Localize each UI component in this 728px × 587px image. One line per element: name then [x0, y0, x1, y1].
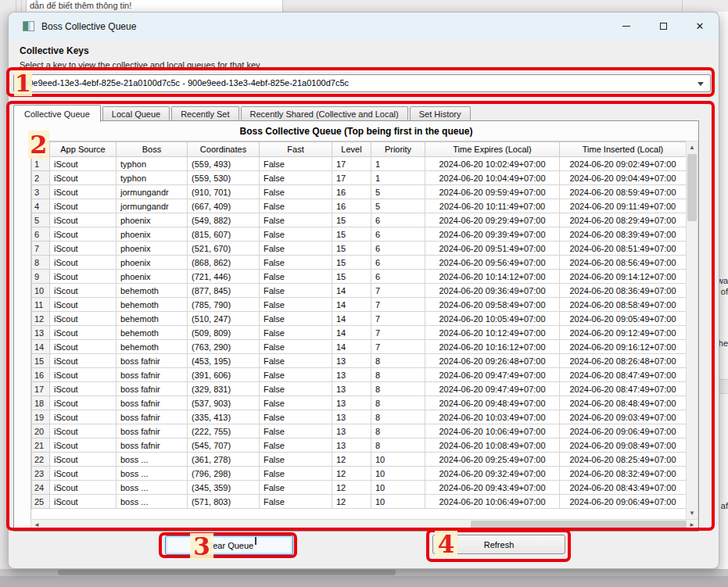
- table-row[interactable]: 3iScoutjormungandr(910, 701)False1652024…: [32, 185, 687, 199]
- cell-row-number[interactable]: 5: [32, 213, 50, 227]
- cell-fast: False: [260, 368, 332, 382]
- column-header-level[interactable]: Level: [332, 142, 371, 157]
- cell-row-number[interactable]: 9: [32, 270, 50, 284]
- cell-row-number[interactable]: 2: [32, 171, 50, 185]
- cell-row-number[interactable]: 1: [32, 157, 50, 171]
- cell-boss: boss ...: [117, 481, 188, 495]
- scroll-up-icon[interactable]: ▲: [687, 141, 698, 153]
- cell-row-number[interactable]: 7: [32, 242, 50, 256]
- cell-fast: False: [260, 312, 332, 326]
- cell-app-source: iScout: [50, 242, 117, 256]
- table-row[interactable]: 18iScoutboss fafnir(537, 903)False138202…: [32, 396, 687, 410]
- table-row[interactable]: 5iScoutphoenix(549, 882)False1562024-06-…: [32, 213, 687, 227]
- cell-row-number[interactable]: 21: [32, 438, 50, 453]
- tab-collective-queue[interactable]: Collective Queue: [13, 105, 101, 122]
- table-row[interactable]: 12iScoutbehemoth(510, 247)False1472024-0…: [32, 312, 687, 326]
- maximize-button[interactable]: [655, 19, 671, 34]
- table-row[interactable]: 9iScoutphoenix(721, 446)False1562024-06-…: [32, 270, 687, 284]
- table-row[interactable]: 16iScoutboss fafnir(391, 606)False138202…: [32, 368, 687, 382]
- column-header-coordinates[interactable]: Coordinates: [188, 142, 260, 157]
- cell-time-inserted: 2024-06-20 08:47:49+07:00: [560, 382, 687, 396]
- background-scrollbar-thumb[interactable]: [58, 570, 396, 575]
- table-row[interactable]: 4iScoutjormungandr(667, 409)False1652024…: [32, 199, 687, 213]
- cell-row-number[interactable]: 22: [32, 453, 50, 467]
- table-row[interactable]: 23iScoutboss ...(796, 298)False12102024-…: [32, 467, 687, 481]
- cell-boss: behemoth: [117, 298, 188, 312]
- table-row[interactable]: 2iScouttyphon(559, 530)False1712024-06-2…: [32, 171, 687, 185]
- table-row[interactable]: 7iScoutphoenix(521, 670)False1562024-06-…: [32, 242, 687, 256]
- cell-time-expires: 2024-06-20 10:03:49+07:00: [425, 410, 560, 424]
- table-row[interactable]: 10iScoutbehemoth(877, 845)False1472024-0…: [32, 284, 687, 298]
- cell-coordinates: (345, 359): [188, 481, 260, 495]
- column-header-boss[interactable]: Boss: [117, 142, 188, 157]
- collective-key-dropdown[interactable]: 900e9eed-13e3-4ebf-825e-21a0100d7c5c - 9…: [13, 74, 711, 92]
- cell-level: 13: [332, 438, 371, 453]
- cell-row-number[interactable]: 25: [32, 495, 50, 509]
- clear-queue-button[interactable]: Clear Queue: [165, 535, 293, 555]
- cell-fast: False: [260, 326, 332, 340]
- horizontal-scrollbar-thumb[interactable]: [471, 521, 687, 529]
- cell-row-number[interactable]: 23: [32, 467, 50, 481]
- scroll-down-icon[interactable]: ▼: [687, 507, 698, 519]
- refresh-button[interactable]: Refresh: [432, 535, 565, 554]
- cell-row-number[interactable]: 6: [32, 227, 50, 242]
- cell-row-number[interactable]: 12: [32, 312, 50, 326]
- cell-row-number[interactable]: 11: [32, 298, 50, 312]
- scroll-right-icon[interactable]: ►: [687, 520, 698, 530]
- cell-row-number[interactable]: 13: [32, 326, 50, 340]
- table-row[interactable]: 6iScoutphoenix(815, 607)False1562024-06-…: [32, 227, 687, 242]
- tab-recently-shared-collective-and-local[interactable]: Recently Shared (Collective and Local): [241, 106, 408, 121]
- cell-coordinates: (329, 831): [188, 382, 260, 396]
- table-row[interactable]: 13iScoutbehemoth(509, 809)False1472024-0…: [32, 326, 687, 340]
- table-row[interactable]: 14iScoutbehemoth(763, 290)False1472024-0…: [32, 340, 687, 354]
- cell-row-number[interactable]: 16: [32, 368, 50, 382]
- cell-app-source: iScout: [50, 298, 117, 312]
- cell-app-source: iScout: [50, 495, 117, 509]
- table-row[interactable]: 8iScoutphoenix(868, 862)False1562024-06-…: [32, 256, 687, 270]
- table-row[interactable]: 1iScouttyphon(559, 493)False1712024-06-2…: [32, 157, 687, 171]
- table-row[interactable]: 19iScoutboss fafnir(335, 413)False138202…: [32, 410, 687, 424]
- cell-row-number[interactable]: 24: [32, 481, 50, 495]
- cell-priority: 7: [371, 312, 425, 326]
- titlebar[interactable]: Boss Collective Queue ✕: [9, 13, 719, 40]
- cell-time-expires: 2024-06-20 10:16:12+07:00: [425, 340, 560, 354]
- table-row[interactable]: 25iScoutboss ...(571, 803)False12102024-…: [32, 495, 687, 509]
- cell-row-number[interactable]: 8: [32, 256, 50, 270]
- close-button[interactable]: ✕: [692, 19, 708, 34]
- cell-row-number[interactable]: 4: [32, 199, 50, 213]
- horizontal-scrollbar[interactable]: ◄ ►: [30, 519, 698, 531]
- cell-level: 17: [332, 157, 371, 171]
- cell-row-number[interactable]: 19: [32, 410, 50, 424]
- cell-row-number[interactable]: 18: [32, 396, 50, 410]
- vertical-scrollbar-thumb[interactable]: [687, 154, 697, 221]
- column-header-time-inserted[interactable]: Time Inserted (Local): [560, 142, 687, 157]
- table-row[interactable]: 22iScoutboss ...(361, 278)False12102024-…: [32, 453, 687, 467]
- scroll-left-icon[interactable]: ◄: [31, 520, 42, 530]
- table-row[interactable]: 24iScoutboss ...(345, 359)False12102024-…: [32, 481, 687, 495]
- cell-time-expires: 2024-06-20 09:48:49+07:00: [425, 396, 560, 410]
- column-header-time-expires[interactable]: Time Expires (Local): [425, 142, 560, 157]
- minimize-button[interactable]: [619, 19, 634, 34]
- cell-level: 13: [332, 354, 371, 368]
- table-row[interactable]: 21iScoutboss fafnir(545, 707)False138202…: [32, 438, 687, 453]
- cell-row-number[interactable]: 10: [32, 284, 50, 298]
- tab-set-history[interactable]: Set History: [410, 106, 471, 121]
- tab-local-queue[interactable]: Local Queue: [102, 106, 170, 121]
- cell-row-number[interactable]: 14: [32, 340, 50, 354]
- column-header-priority[interactable]: Priority: [371, 142, 425, 157]
- cell-row-number[interactable]: 15: [32, 354, 50, 368]
- table-row[interactable]: 20iScoutboss fafnir(222, 755)False138202…: [32, 424, 687, 438]
- column-header-fast[interactable]: Fast: [260, 142, 332, 157]
- table-row[interactable]: 11iScoutbehemoth(785, 790)False1472024-0…: [32, 298, 687, 312]
- table-row[interactable]: 15iScoutboss fafnir(453, 195)False138202…: [32, 354, 687, 368]
- cell-row-number[interactable]: 17: [32, 382, 50, 396]
- column-header-app-source[interactable]: App Source: [50, 142, 117, 157]
- section-subtitle: Select a key to view the collective and …: [20, 60, 260, 70]
- corner-header-cell[interactable]: [32, 142, 50, 157]
- tab-recently-set[interactable]: Recently Set: [171, 106, 238, 121]
- table-row[interactable]: 17iScoutboss fafnir(329, 831)False138202…: [32, 382, 687, 396]
- cell-row-number[interactable]: 3: [32, 185, 50, 199]
- cell-row-number[interactable]: 20: [32, 424, 50, 438]
- cell-priority: 8: [371, 410, 425, 424]
- vertical-scrollbar[interactable]: ▲ ▼: [686, 141, 698, 520]
